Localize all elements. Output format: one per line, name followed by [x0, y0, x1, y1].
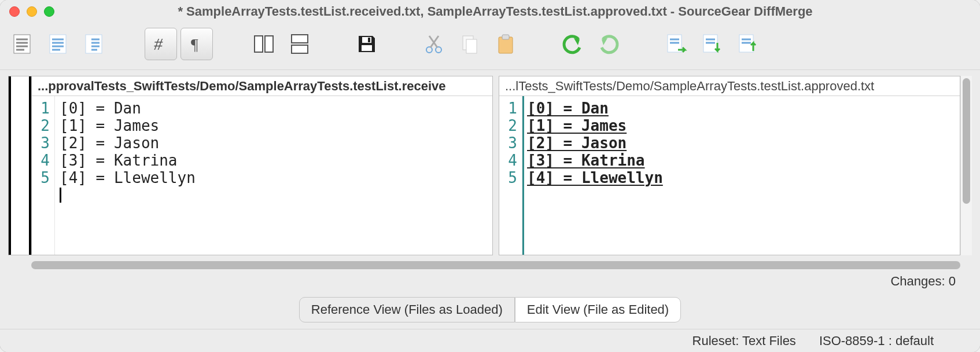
svg-rect-22: [368, 38, 370, 42]
cut-icon[interactable]: [418, 28, 450, 60]
horizontal-scrollbar[interactable]: [31, 259, 972, 270]
left-gutter: 1 2 3 4 5: [32, 96, 55, 255]
window-title: * SampleArrayTests.testList.received.txt…: [54, 4, 971, 19]
tab-edit-view[interactable]: Edit View (File as Edited): [515, 297, 681, 322]
right-pane: ...lTests_SwiftTests/Demo/SampleArrayTes…: [499, 76, 960, 255]
svg-line-26: [430, 36, 439, 47]
view-right-icon[interactable]: [78, 28, 110, 60]
window-controls: [9, 6, 54, 17]
code-line: [1] = James: [527, 117, 960, 134]
status-ruleset: Ruleset: Text Files: [692, 333, 796, 349]
code-line: [4] = Llewellyn: [60, 169, 492, 186]
maximize-window-button[interactable]: [44, 6, 54, 17]
diff-content: ...pprovalTests_SwiftTests/Demo/SampleAr…: [0, 69, 980, 329]
toolbar: # ¶: [0, 23, 980, 69]
merge-right-icon[interactable]: [660, 28, 692, 60]
merge-up-icon[interactable]: [731, 28, 764, 60]
changes-count: Changes: 0: [8, 270, 972, 289]
close-window-button[interactable]: [9, 6, 20, 17]
redo-icon[interactable]: [592, 28, 625, 60]
left-pane-path: ...pprovalTests_SwiftTests/Demo/SampleAr…: [32, 76, 492, 96]
minimize-window-button[interactable]: [27, 6, 37, 17]
code-line: [3] = Katrina: [60, 152, 492, 169]
save-icon[interactable]: [351, 28, 383, 60]
split-horizontal-icon[interactable]: [283, 28, 316, 60]
overview-ruler[interactable]: [8, 76, 31, 255]
view-left-icon[interactable]: [42, 28, 74, 60]
status-bar: Ruleset: Text Files ISO-8859-1 : default: [0, 329, 980, 352]
svg-rect-31: [502, 35, 509, 39]
app-window: * SampleArrayTests.testList.received.txt…: [0, 0, 980, 352]
paste-icon[interactable]: [489, 28, 522, 60]
undo-icon[interactable]: [557, 28, 589, 60]
svg-text:¶: ¶: [191, 35, 198, 53]
split-vertical-icon[interactable]: [248, 28, 280, 60]
svg-point-25: [436, 47, 441, 53]
view-single-icon[interactable]: [6, 28, 38, 60]
code-line: [0] = Dan: [527, 100, 960, 117]
svg-rect-23: [362, 45, 372, 51]
tab-reference-view[interactable]: Reference View (Files as Loaded): [299, 297, 515, 322]
code-line: [1] = James: [60, 117, 492, 134]
svg-line-27: [429, 36, 437, 47]
toggle-linenumbers-button[interactable]: #: [145, 28, 177, 60]
svg-rect-18: [265, 36, 273, 52]
left-pane: ...pprovalTests_SwiftTests/Demo/SampleAr…: [31, 76, 493, 255]
svg-text:#: #: [154, 34, 163, 53]
status-encoding: ISO-8859-1 : default: [819, 333, 934, 349]
left-editor[interactable]: [0] = Dan [1] = James [2] = Jason [3] = …: [55, 96, 492, 255]
titlebar: * SampleArrayTests.testList.received.txt…: [0, 0, 980, 23]
vertical-scrollbar[interactable]: [960, 76, 972, 255]
right-pane-path: ...lTests_SwiftTests/Demo/SampleArrayTes…: [499, 76, 960, 96]
code-line: [2] = Jason: [527, 134, 960, 152]
right-editor[interactable]: [0] = Dan [1] = James [2] = Jason [3] = …: [522, 96, 960, 255]
svg-rect-19: [292, 35, 308, 43]
svg-rect-20: [292, 45, 308, 53]
code-line: [3] = Katrina: [527, 152, 960, 169]
svg-point-24: [426, 47, 432, 53]
merge-down-icon[interactable]: [695, 28, 728, 60]
code-line: [0] = Dan: [60, 100, 492, 117]
code-line: [4] = Llewellyn: [527, 169, 960, 186]
text-cursor: [60, 188, 61, 203]
svg-rect-29: [466, 39, 477, 53]
view-tabs: Reference View (Files as Loaded) Edit Vi…: [8, 289, 972, 328]
right-gutter: 1 2 3 4 5: [499, 96, 522, 255]
code-line: [2] = Jason: [60, 134, 492, 152]
toggle-pilcrow-button[interactable]: ¶: [180, 28, 213, 60]
copy-icon[interactable]: [454, 28, 486, 60]
svg-rect-17: [255, 36, 263, 52]
